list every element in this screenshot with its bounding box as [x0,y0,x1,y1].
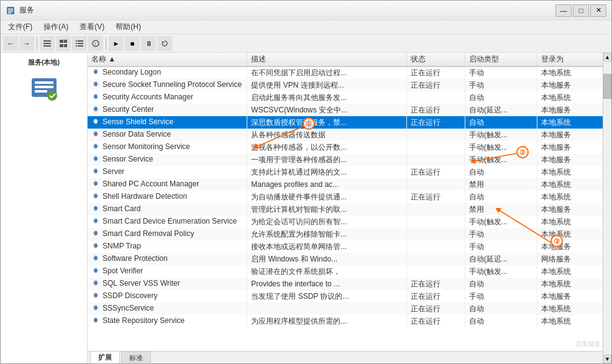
table-row[interactable]: Secondary Logon在不同凭据下启用启动过程...正在运行手动本地系统 [88,66,603,79]
col-name-header[interactable]: 名称 ▲ [88,53,247,66]
service-name-text: Security Center [103,105,154,114]
table-row[interactable]: SSSyncService正在运行自动本地系统 [88,303,603,315]
service-icon: Sensor Data Service [91,130,171,139]
cell-startup: 手动 [465,290,537,303]
table-row[interactable]: Software Protection启用 Windows 和 Windo...… [88,253,603,265]
menu-view[interactable]: 查看(V) [75,20,109,34]
maximize-button[interactable]: □ [573,4,589,17]
cell-login: 本地服务 [537,79,603,91]
service-icon: Smart Card Device Enumeration Service [91,217,237,225]
table-row[interactable]: SQL Server VSS WriterProvides the interf… [88,278,603,290]
toolbar-sep-2 [106,37,106,50]
table-row[interactable]: Sensor Service一项用于管理各种传感器的...手动(触发...本地服… [88,153,603,166]
scrollbar-vertical[interactable]: ▲ ▼ [603,53,611,363]
table-row[interactable]: Smart Card管理此计算机对智能卡的取...禁用本地服务 [88,203,603,216]
table-row[interactable]: Security Accounts Manager启动此服务将向其他服务发...… [88,91,603,104]
svg-rect-8 [64,40,67,43]
forward-button[interactable]: → [19,36,34,51]
scroll-thumb[interactable] [603,74,611,99]
stop-button[interactable]: ■ [125,36,140,51]
col-login-header[interactable]: 登录为 [537,53,603,66]
properties-button[interactable]: i [88,36,103,51]
cell-name: SQL Server VSS Writer [88,278,247,290]
scroll-down-button[interactable]: ▼ [603,355,611,363]
table-row[interactable]: Secure Socket Tunneling Protocol Service… [88,79,603,91]
table-row[interactable]: Spot Verifier验证潜在的文件系统损坏，手动(触发...本地系统 [88,265,603,278]
pause-button[interactable]: ⏸ [141,36,156,51]
tab-standard[interactable]: 标准 [121,352,151,364]
service-name-text: SQL Server VSS Writer [103,279,180,288]
table-row[interactable]: Smart Card Device Enumeration Service为给定… [88,216,603,228]
col-desc-header[interactable]: 描述 [247,53,407,66]
window-controls: — □ ✕ [555,4,606,17]
cell-desc: 监视各种传感器，以公开数... [247,141,407,153]
service-icon: SQL Server VSS Writer [91,279,180,288]
scroll-up-button[interactable]: ▲ [603,53,611,61]
table-row[interactable]: Shared PC Account ManagerManages profile… [88,178,603,191]
menu-file[interactable]: 文件(F) [3,20,37,34]
cell-desc: 提供使用 VPN 连接到远程... [247,79,407,91]
cell-status [407,153,465,166]
cell-name: Security Center [88,104,247,116]
restart-button[interactable] [157,36,172,51]
table-row[interactable]: State Repository Service为应用程序模型提供所需的...正… [88,315,603,327]
cell-login: 本地服务 [537,104,603,116]
table-row[interactable]: SNMP Trap接收本地或远程简单网络管...手动本地服务 [88,240,603,253]
table-container[interactable]: 名称 ▲ 描述 状态 启动类型 登录为 Secondary Logon在不同凭据… [88,53,603,351]
table-row[interactable]: Security CenterWSCSVC(Windows 安全中...正在运行… [88,104,603,116]
table-row[interactable]: Smart Card Removal Policy允许系统配置为移除智能卡...… [88,228,603,240]
col-startup-header[interactable]: 启动类型 [465,53,537,66]
svg-rect-14 [78,43,83,44]
cell-login: 本地系统 [537,91,603,104]
cell-startup: 手动(触发... [465,129,537,141]
service-name-text: Software Protection [103,254,168,263]
cell-login: 本地系统 [537,315,603,327]
service-icon: Shell Hardware Detection [91,192,187,201]
cell-name: SSDP Discovery [88,290,247,303]
table-row[interactable]: Sense Shield Service深思数盾授权管理服务，禁...正在运行自… [88,116,603,129]
minimize-button[interactable]: — [555,4,572,17]
cell-status: 正在运行 [407,116,465,129]
cell-login: 网络服务 [537,253,603,265]
play-button[interactable]: ► [109,36,124,51]
service-name-text: Secure Socket Tunneling Protocol Service [103,80,242,89]
cell-login: 本地服务 [537,153,603,166]
svg-rect-5 [43,43,51,44]
service-name-text: Shell Hardware Detection [103,192,187,201]
toolbar-sep-1 [37,37,37,50]
close-button[interactable]: ✕ [590,4,606,17]
svg-rect-6 [43,45,51,47]
svg-rect-15 [76,45,77,47]
scroll-track [603,99,611,355]
service-icon: State Repository Service [91,316,185,325]
table-row[interactable]: Sensor Monitoring Service监视各种传感器，以公开数...… [88,141,603,153]
main-panel: 名称 ▲ 描述 状态 启动类型 登录为 Secondary Logon在不同凭据… [88,53,603,363]
details-view-button[interactable] [72,36,87,51]
col-status-header[interactable]: 状态 [407,53,465,66]
cell-status: 正在运行 [407,303,465,315]
cell-login: 本地服务 [537,240,603,253]
cell-desc: Manages profiles and ac... [247,178,407,191]
table-row[interactable]: Server支持此计算机通过网络的文...正在运行自动本地系统 [88,166,603,178]
svg-text:i: i [95,41,96,47]
service-icon: Secure Socket Tunneling Protocol Service [91,80,242,89]
services-table: 名称 ▲ 描述 状态 启动类型 登录为 Secondary Logon在不同凭据… [88,53,603,327]
cell-status [407,178,465,191]
table-row[interactable]: SSDP Discovery当发现了使用 SSDP 协议的...正在运行手动本地… [88,290,603,303]
service-name-text: Smart Card Device Enumeration Service [103,217,237,225]
cell-status: 正在运行 [407,191,465,203]
back-button[interactable]: ← [3,36,18,51]
table-row[interactable]: Sensor Data Service从各种传感器传送数据手动(触发...本地服… [88,129,603,141]
service-icon: Secondary Logon [91,68,161,76]
show-view-button[interactable] [40,36,55,51]
cell-name: Software Protection [88,253,247,265]
svg-rect-22 [35,86,53,88]
menu-action[interactable]: 操作(A) [39,20,73,34]
cell-name: Secondary Logon [88,66,247,79]
cell-startup: 自动(延迟... [465,253,537,265]
menu-help[interactable]: 帮助(H) [111,20,146,34]
tab-extended[interactable]: 扩展 [90,351,120,363]
cell-desc [247,303,407,315]
table-row[interactable]: Shell Hardware Detection为自动播放硬件事件提供通...正… [88,191,603,203]
list-view-button[interactable] [56,36,71,51]
